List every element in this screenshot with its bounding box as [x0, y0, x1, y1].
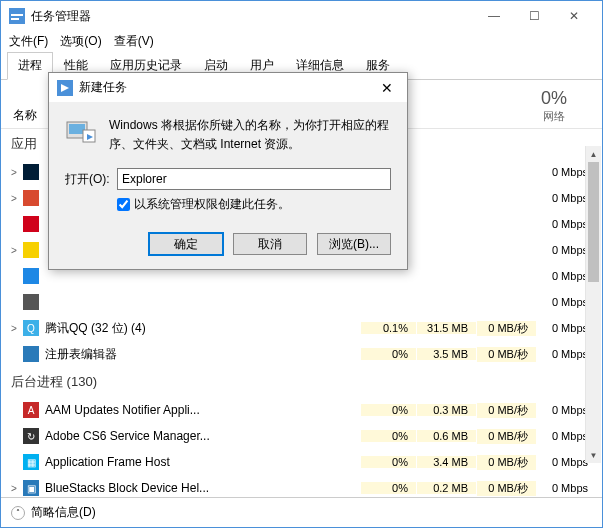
ok-button[interactable]: 确定	[149, 233, 223, 255]
menu-file[interactable]: 文件(F)	[9, 33, 48, 50]
tab-processes[interactable]: 进程	[7, 52, 53, 80]
process-name: BlueStacks Block Device Hel...	[45, 481, 360, 495]
table-row[interactable]: ▦Application Frame Host0%3.4 MB0 MB/秒0 M…	[1, 449, 602, 475]
close-button[interactable]: ✕	[554, 2, 594, 30]
app-icon: Q	[23, 320, 39, 336]
memory-cell: 31.5 MB	[416, 322, 476, 334]
menubar: 文件(F) 选项(O) 查看(V)	[1, 31, 602, 52]
cpu-cell: 0.1%	[360, 322, 416, 334]
svg-rect-2	[11, 18, 19, 20]
maximize-button[interactable]: ☐	[514, 2, 554, 30]
expand-icon[interactable]: >	[7, 483, 21, 494]
app-icon: ↻	[23, 428, 39, 444]
admin-checkbox[interactable]	[117, 198, 130, 211]
vertical-scrollbar[interactable]: ▲ ▼	[585, 146, 601, 463]
memory-cell: 3.5 MB	[416, 348, 476, 360]
process-name: 注册表编辑器	[45, 346, 360, 363]
scroll-thumb[interactable]	[588, 162, 599, 282]
footer-label[interactable]: 简略信息(D)	[31, 504, 96, 521]
minimize-button[interactable]: —	[474, 2, 514, 30]
app-icon: ▣	[23, 480, 39, 496]
footer: ˄ 简略信息(D)	[1, 497, 602, 527]
memory-cell: 0.2 MB	[416, 482, 476, 494]
cpu-cell: 0%	[360, 404, 416, 416]
app-icon: A	[23, 402, 39, 418]
network-label: 网络	[514, 109, 594, 124]
browse-button[interactable]: 浏览(B)...	[317, 233, 391, 255]
table-row[interactable]: 0 Mbps	[1, 289, 602, 315]
scroll-track[interactable]	[586, 162, 601, 447]
dialog-titlebar[interactable]: 新建任务 ✕	[49, 73, 407, 102]
table-row[interactable]: 注册表编辑器0%3.5 MB0 MB/秒0 Mbps	[1, 341, 602, 367]
table-row[interactable]: ↻Adobe CS6 Service Manager...0%0.6 MB0 M…	[1, 423, 602, 449]
app-icon	[23, 346, 39, 362]
col-network[interactable]: 0% 网络	[514, 88, 594, 124]
app-icon: ▦	[23, 454, 39, 470]
cpu-cell: 0%	[360, 456, 416, 468]
run-icon	[57, 80, 73, 96]
scroll-down-icon[interactable]: ▼	[586, 447, 601, 463]
app-icon	[23, 216, 39, 232]
menu-options[interactable]: 选项(O)	[60, 33, 101, 50]
memory-cell: 0.3 MB	[416, 404, 476, 416]
expand-icon[interactable]: >	[7, 245, 21, 256]
chevron-up-icon[interactable]: ˄	[11, 506, 25, 520]
process-name: 腾讯QQ (32 位) (4)	[45, 320, 360, 337]
disk-cell: 0 MB/秒	[476, 347, 536, 362]
expand-icon[interactable]: >	[7, 167, 21, 178]
table-row[interactable]: AAAM Updates Notifier Appli...0%0.3 MB0 …	[1, 397, 602, 423]
dialog-close-button[interactable]: ✕	[375, 80, 399, 96]
open-label: 打开(O):	[65, 171, 117, 188]
disk-cell: 0 MB/秒	[476, 455, 536, 470]
app-icon	[9, 8, 25, 24]
cpu-cell: 0%	[360, 430, 416, 442]
app-icon	[23, 294, 39, 310]
cancel-button[interactable]: 取消	[233, 233, 307, 255]
process-name: Application Frame Host	[45, 455, 360, 469]
group-background: 后台进程 (130)	[1, 367, 602, 397]
dialog-message: Windows 将根据你所键入的名称，为你打开相应的程序、文件夹、文档或 Int…	[109, 116, 391, 154]
dialog-title: 新建任务	[79, 79, 375, 96]
open-input[interactable]	[117, 168, 391, 190]
admin-checkbox-label[interactable]: 以系统管理权限创建此任务。	[117, 196, 391, 213]
window-title: 任务管理器	[31, 8, 474, 25]
menu-view[interactable]: 查看(V)	[114, 33, 154, 50]
process-name: AAM Updates Notifier Appli...	[45, 403, 360, 417]
titlebar[interactable]: 任务管理器 — ☐ ✕	[1, 1, 602, 31]
disk-cell: 0 MB/秒	[476, 403, 536, 418]
admin-checkbox-text: 以系统管理权限创建此任务。	[134, 196, 290, 213]
table-row[interactable]: >▣BlueStacks Block Device Hel...0%0.2 MB…	[1, 475, 602, 497]
cpu-cell: 0%	[360, 482, 416, 494]
app-icon	[23, 190, 39, 206]
disk-cell: 0 MB/秒	[476, 429, 536, 444]
expand-icon[interactable]: >	[7, 193, 21, 204]
svg-rect-1	[11, 14, 23, 16]
app-icon	[23, 164, 39, 180]
network-cell: 0 Mbps	[536, 482, 596, 494]
expand-icon[interactable]: >	[7, 323, 21, 334]
memory-cell: 0.6 MB	[416, 430, 476, 442]
network-percent: 0%	[514, 88, 594, 109]
cpu-cell: 0%	[360, 348, 416, 360]
new-task-dialog: 新建任务 ✕ Windows 将根据你所键入的名称，为你打开相应的程序、文件夹、…	[48, 72, 408, 270]
scroll-up-icon[interactable]: ▲	[586, 146, 601, 162]
app-icon	[23, 242, 39, 258]
disk-cell: 0 MB/秒	[476, 481, 536, 496]
process-name: Adobe CS6 Service Manager...	[45, 429, 360, 443]
disk-cell: 0 MB/秒	[476, 321, 536, 336]
memory-cell: 3.4 MB	[416, 456, 476, 468]
table-row[interactable]: >Q腾讯QQ (32 位) (4)0.1%31.5 MB0 MB/秒0 Mbps	[1, 315, 602, 341]
app-icon	[23, 268, 39, 284]
run-large-icon	[65, 116, 97, 148]
